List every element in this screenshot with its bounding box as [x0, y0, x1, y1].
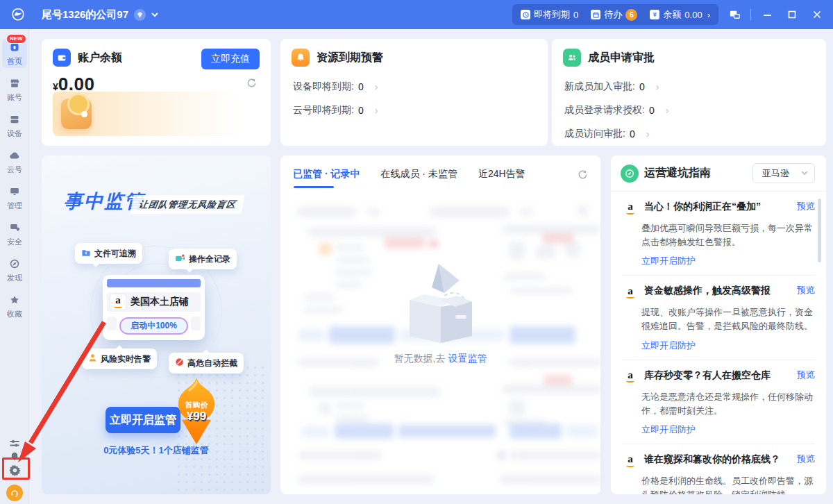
- monitor-card: 已监管 · 记录中 在线成员 · 未监管 近24H告警: [280, 156, 600, 494]
- guide-item: a 谁在窥探和篡改你的价格底线？ 预览 价格是利润的生命线。员工改价即告警，源头…: [622, 453, 815, 494]
- balance-stat[interactable]: ¥ 余额 0.00 ›: [650, 8, 710, 21]
- maximize-button[interactable]: [783, 6, 801, 24]
- guide-item: a 资金敏感操作，触发高级警报 预览 提现、改账户等操作一旦被恶意执行，资金很难…: [622, 284, 815, 360]
- app-logo-icon[interactable]: [10, 6, 26, 23]
- server-icon: [9, 114, 20, 128]
- minimize-button[interactable]: [758, 6, 776, 24]
- setup-supervision-link[interactable]: 设置监管: [448, 353, 487, 364]
- sidebar-item-accounts[interactable]: 账号: [2, 75, 27, 104]
- titlebar: 尾号1326的公司97 即将到期 0: [0, 0, 833, 29]
- titlebar-stats: 即将到期 0 待办 6 ¥ 余额 0.00 ›: [512, 4, 718, 25]
- shop-stripe: [107, 317, 117, 330]
- titlebar-separator: [750, 9, 751, 20]
- preview-link[interactable]: 预览: [797, 284, 815, 296]
- preview-link[interactable]: 预览: [797, 369, 815, 381]
- tab-online-unmonitored[interactable]: 在线成员 · 未监管: [380, 168, 457, 180]
- app-window: 尾号1326的公司97 即将到期 0: [0, 0, 833, 504]
- login-authorization-row[interactable]: 成员登录请求授权: 0 ›: [552, 99, 826, 122]
- access-approval-row[interactable]: 成员访问审批: 0 ›: [552, 122, 826, 146]
- block-icon: [175, 358, 184, 369]
- settings-gear-icon[interactable]: [0, 464, 29, 477]
- customer-service-icon[interactable]: [0, 485, 29, 501]
- sidebar-item-discover[interactable]: 发现: [2, 255, 27, 285]
- compass-icon: [9, 258, 20, 272]
- calendar-icon: [591, 10, 600, 19]
- monitor-icon: [9, 186, 20, 200]
- refresh-icon[interactable]: [246, 78, 257, 91]
- close-button[interactable]: [808, 6, 826, 24]
- new-member-approval-row[interactable]: 新成员加入审批: 0 ›: [552, 75, 826, 99]
- tab-monitored-recording[interactable]: 已监管 · 记录中: [293, 168, 360, 180]
- balance-value: 0.00: [684, 10, 702, 20]
- chevron-right-icon: ›: [656, 81, 659, 92]
- start-supervision-button[interactable]: 立即开启监管: [106, 407, 180, 433]
- account-balance-amount: ¥ 0.00: [42, 67, 271, 95]
- refresh-icon[interactable]: [578, 169, 588, 183]
- guide-item: a 当心！你的利润正在“叠加” 预览 叠加优惠可瞬间导致巨额亏损，每一次异常点击…: [622, 200, 815, 276]
- enable-protection-link[interactable]: 立即开启防护: [641, 339, 696, 352]
- switch-window-icon[interactable]: [725, 6, 743, 24]
- sidebar-item-manage[interactable]: 管理: [2, 183, 27, 212]
- cloud-expiry-row[interactable]: 云号即将到期: 0 ›: [280, 99, 548, 122]
- todo-count-badge: 6: [625, 9, 637, 21]
- scrollbar-thumb[interactable]: [818, 199, 821, 262]
- preview-link[interactable]: 预览: [797, 453, 815, 465]
- expiring-label: 即将到期: [534, 8, 570, 21]
- balance-banner: [53, 92, 260, 136]
- guide-title: 运营避坑指南: [644, 166, 711, 180]
- preview-link[interactable]: 预览: [797, 200, 815, 212]
- supervision-promo-card: 事中监管 让团队管理无风险盲区 文件可追溯 操作全记录 a 美国本土店铺 启动中…: [42, 156, 271, 494]
- star-icon: [9, 294, 20, 308]
- tab-24h-alerts[interactable]: 近24H告警: [478, 168, 525, 180]
- sidebar-item-devices[interactable]: 设备: [2, 111, 27, 140]
- device-expiry-row[interactable]: 设备即将到期: 0 ›: [280, 75, 548, 99]
- recharge-button[interactable]: 立即充值: [201, 49, 260, 69]
- home-icon: [9, 42, 20, 56]
- chevron-down-icon: [801, 171, 808, 176]
- bell-icon[interactable]: [0, 451, 29, 462]
- guide-header: 运营避坑指南 亚马逊: [611, 156, 826, 192]
- balance-card: 账户余额 立即充值 ¥ 0.00: [42, 39, 271, 146]
- shop-status-pill: 启动中100%: [119, 317, 188, 335]
- monitor-tabs: 已监管 · 记录中 在线成员 · 未监管 近24H告警: [293, 168, 525, 180]
- company-dropdown-caret-icon[interactable]: [151, 11, 158, 19]
- amazon-icon: a: [110, 294, 126, 310]
- chevron-right-icon: ›: [646, 128, 650, 140]
- empty-box-illustration: [396, 257, 486, 348]
- camera-icon: [175, 254, 185, 264]
- operations-guide-card: 运营避坑指南 亚马逊 a 当心！你的利润正在“叠加” 预览 叠加优惠可瞬间导致巨…: [611, 156, 826, 494]
- enable-protection-link[interactable]: 立即开启防护: [641, 423, 696, 436]
- todo-label: 待办: [604, 8, 622, 21]
- expiring-stat[interactable]: 即将到期 0: [521, 8, 578, 21]
- amazon-icon: a: [622, 200, 639, 217]
- feature-file-trace: 文件可追溯: [75, 243, 142, 264]
- cloud-icon: [9, 150, 20, 164]
- sidebar-item-home[interactable]: NEW 首页: [2, 39, 27, 68]
- promo-subtitle: 让团队管理无风险盲区: [131, 195, 245, 214]
- approval-card-title: 成员申请审批: [588, 51, 655, 65]
- chevron-right-icon: ›: [375, 105, 378, 116]
- region-filter-select[interactable]: 亚马逊: [752, 163, 815, 183]
- todo-stat[interactable]: 待办 6: [591, 8, 637, 21]
- feature-auto-block: 高危自动拦截: [169, 353, 244, 373]
- titlebar-left: 尾号1326的公司97: [10, 6, 158, 23]
- sidebar-item-security[interactable]: 安全: [2, 219, 27, 249]
- amazon-icon: a: [622, 284, 639, 301]
- chevron-right-icon: ›: [375, 81, 378, 92]
- promo-footnote[interactable]: 0元体验5天！1个店铺监管: [42, 444, 271, 457]
- wallet-illustration: [61, 99, 92, 129]
- folder-icon: [81, 249, 91, 259]
- enable-protection-link[interactable]: 立即开启防护: [641, 255, 696, 267]
- balance-label: 余额: [663, 8, 681, 21]
- member-approval-card: 成员申请审批 新成员加入审批: 0 › 成员登录请求授权: 0 › 成员访问审批…: [552, 39, 826, 146]
- guide-list: a 当心！你的利润正在“叠加” 预览 叠加优惠可瞬间导致巨额亏损，每一次异常点击…: [611, 192, 826, 494]
- company-name[interactable]: 尾号1326的公司97: [42, 8, 128, 22]
- expiring-value: 0: [573, 10, 578, 20]
- shop-preview-card: a 美国本土店铺 启动中100%: [103, 275, 205, 340]
- shield-monitor-icon: [9, 222, 20, 236]
- sidebar-item-favorites[interactable]: 收藏: [2, 292, 27, 321]
- chevron-right-icon: ›: [707, 10, 710, 20]
- sidebar-item-cloud[interactable]: 云号: [2, 147, 27, 176]
- shop-stripe: [191, 317, 201, 330]
- sliders-icon[interactable]: [0, 437, 29, 450]
